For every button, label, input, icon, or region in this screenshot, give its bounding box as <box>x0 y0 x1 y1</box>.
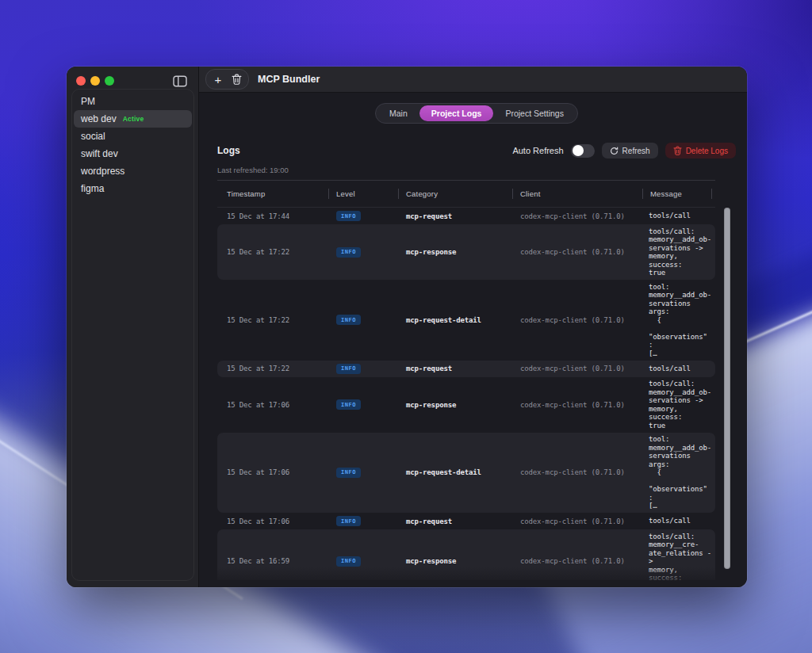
cell-message: tools/call: memory__add_ob- servations -… <box>642 377 715 433</box>
cell-client: codex-mcp-client (0.71.0) <box>512 212 642 220</box>
cell-category: mcp-request <box>398 212 512 220</box>
add-project-button[interactable]: + <box>210 71 226 87</box>
cell-client: codex-mcp-client (0.71.0) <box>512 468 642 476</box>
delete-project-button[interactable] <box>228 71 244 87</box>
cell-client: codex-mcp-client (0.71.0) <box>512 365 642 372</box>
table-row[interactable]: 15 Dec at 16:59 INFO mcp-response codex-… <box>217 529 715 580</box>
logs-table: TimestampLevelCategoryClientMessage 15 D… <box>217 180 715 580</box>
auto-refresh-toggle[interactable] <box>571 144 595 158</box>
cell-timestamp: 15 Dec at 17:22 <box>217 248 328 256</box>
cell-timestamp: 15 Dec at 17:06 <box>217 468 328 476</box>
refresh-button[interactable]: Refresh <box>602 143 658 158</box>
sidebar-item-label: figma <box>81 183 104 194</box>
cell-client: codex-mcp-client (0.71.0) <box>512 557 642 565</box>
desktop-wallpaper: PM web dev Active social swift dev wordp… <box>0 0 812 653</box>
cell-timestamp: 15 Dec at 17:06 <box>217 401 328 409</box>
sidebar-item[interactable]: swift dev <box>74 145 192 162</box>
auto-refresh-label: Auto Refresh <box>512 146 563 155</box>
column-header: Level <box>328 181 398 207</box>
cell-client: codex-mcp-client (0.71.0) <box>512 517 642 525</box>
level-badge: INFO <box>336 468 361 478</box>
cell-category: mcp-response <box>398 557 512 565</box>
cell-level: INFO <box>328 315 398 325</box>
table-body: 15 Dec at 17:44 INFO mcp-request codex-m… <box>217 208 715 580</box>
level-badge: INFO <box>336 247 361 258</box>
cell-timestamp: 15 Dec at 16:59 <box>217 557 328 565</box>
sidebar-item-label: swift dev <box>81 148 118 159</box>
cell-level: INFO <box>328 211 398 221</box>
app-window: PM web dev Active social swift dev wordp… <box>67 67 747 587</box>
trash-icon <box>673 146 682 155</box>
sidebar-item-label: PM <box>81 96 95 107</box>
cell-level: INFO <box>328 516 398 526</box>
cell-level: INFO <box>328 399 398 410</box>
table-row[interactable]: 15 Dec at 17:22 INFO mcp-request-detail … <box>217 280 715 361</box>
delete-logs-label: Delete Logs <box>686 147 728 155</box>
cell-client: codex-mcp-client (0.71.0) <box>512 248 642 256</box>
zoom-window-button[interactable] <box>105 76 114 86</box>
plus-icon: + <box>215 74 222 86</box>
sidebar-item[interactable]: PM <box>74 93 192 110</box>
column-header: Client <box>512 181 642 207</box>
cell-level: INFO <box>328 364 398 374</box>
level-badge: INFO <box>336 516 361 526</box>
sidebar-item-label: social <box>81 131 105 142</box>
table-row[interactable]: 15 Dec at 17:06 INFO mcp-response codex-… <box>217 377 715 433</box>
level-badge: INFO <box>336 399 361 410</box>
sidebar-item[interactable]: figma <box>74 180 192 197</box>
cell-message: tool: memory__add_ob- servations args: {… <box>642 433 715 514</box>
trash-icon <box>232 74 242 85</box>
table-row[interactable]: 15 Dec at 17:06 INFO mcp-request-detail … <box>217 433 715 514</box>
main-pane: + MCP Bundler <box>199 67 747 587</box>
sidebar-toggle-button[interactable] <box>171 74 189 88</box>
cell-category: mcp-response <box>398 401 512 409</box>
column-header: Category <box>398 181 512 207</box>
column-header: Message <box>642 181 715 207</box>
content-area: Main Project Logs Project Settings Logs … <box>199 93 747 587</box>
table-row[interactable]: 15 Dec at 17:22 INFO mcp-request codex-m… <box>217 361 715 377</box>
logs-controls: Auto Refresh Refresh <box>512 143 736 158</box>
cell-message: tools/call <box>642 209 715 223</box>
tab[interactable]: Project Settings <box>493 105 576 121</box>
tab[interactable]: Main <box>377 105 419 121</box>
project-list: PM web dev Active social swift dev wordp… <box>71 89 194 581</box>
close-window-button[interactable] <box>76 76 86 86</box>
sidebar-item[interactable]: wordpress <box>74 162 192 180</box>
tab-label: Project Logs <box>431 109 482 118</box>
cell-level: INFO <box>328 468 398 478</box>
tab[interactable]: Project Logs <box>419 105 494 121</box>
cell-message: tools/call: memory__add_ob- servations -… <box>642 224 715 280</box>
cell-level: INFO <box>328 247 398 258</box>
delete-logs-button[interactable]: Delete Logs <box>665 143 736 158</box>
cell-message: tool: memory__add_ob- servations args: {… <box>642 280 715 361</box>
toggle-knob <box>573 145 584 156</box>
refresh-button-label: Refresh <box>622 147 650 155</box>
column-header: Timestamp <box>217 181 328 207</box>
refresh-icon <box>610 147 619 155</box>
cell-level: INFO <box>328 556 398 567</box>
sidebar-item[interactable]: social <box>74 128 192 145</box>
last-refreshed-text: Last refreshed: 19:00 <box>217 166 736 174</box>
toolbar: + MCP Bundler <box>199 67 747 93</box>
window-title: MCP Bundler <box>258 74 320 85</box>
cell-category: mcp-request-detail <box>398 316 512 324</box>
active-badge: Active <box>123 115 144 123</box>
table-row[interactable]: 15 Dec at 17:44 INFO mcp-request codex-m… <box>217 208 715 224</box>
cell-client: codex-mcp-client (0.71.0) <box>512 401 642 409</box>
tab-label: Main <box>389 109 408 118</box>
minimize-window-button[interactable] <box>90 76 100 86</box>
vertical-scrollbar-thumb[interactable] <box>724 208 730 569</box>
sidebar-icon <box>173 75 187 87</box>
cell-category: mcp-request <box>398 517 512 525</box>
cell-timestamp: 15 Dec at 17:44 <box>217 212 328 220</box>
sidebar-item-label: wordpress <box>81 166 124 177</box>
table-row[interactable]: 15 Dec at 17:22 INFO mcp-response codex-… <box>217 224 715 280</box>
sidebar-item[interactable]: web dev Active <box>74 110 192 128</box>
cell-timestamp: 15 Dec at 17:22 <box>217 316 328 324</box>
cell-timestamp: 15 Dec at 17:06 <box>217 517 328 525</box>
level-badge: INFO <box>336 315 361 325</box>
table-row[interactable]: 15 Dec at 17:06 INFO mcp-request codex-m… <box>217 513 715 529</box>
window-controls <box>76 76 114 86</box>
logs-header-row: Logs Auto Refresh <box>217 143 736 158</box>
level-badge: INFO <box>336 364 361 374</box>
